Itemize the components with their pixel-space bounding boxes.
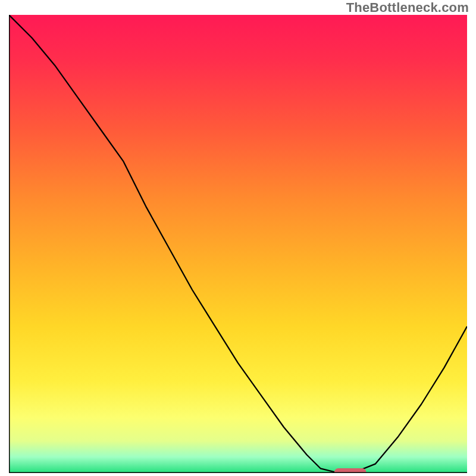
chart-svg — [9, 15, 467, 473]
bottleneck-chart — [9, 15, 467, 473]
gradient-background — [9, 15, 467, 473]
watermark: TheBottleneck.com — [346, 0, 469, 15]
